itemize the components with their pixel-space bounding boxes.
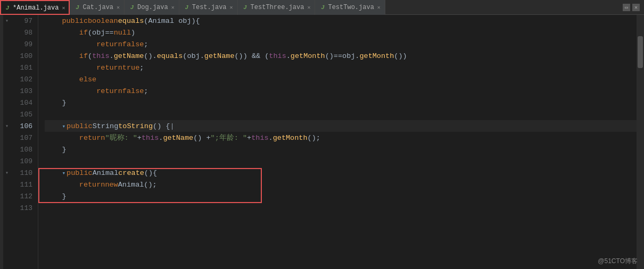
editor-container: J*Animal.java✕JCat.java✕JDog.java✕JTest.…: [0, 0, 644, 269]
token: Animal: [93, 169, 119, 177]
tab-dog[interactable]: JDog.java✕: [125, 0, 179, 15]
token: public: [62, 17, 88, 25]
token: create: [118, 169, 144, 177]
token: (){: [144, 169, 157, 177]
tab-testtwo[interactable]: JTestTwo.java✕: [315, 0, 385, 15]
fold-100: [3, 50, 11, 62]
code-line-102: else: [45, 73, 637, 85]
tab-close-testthree[interactable]: ✕: [307, 4, 310, 11]
token: ";年龄: ": [211, 133, 247, 142]
tab-icon-dog: J: [129, 4, 135, 11]
tab-label-test: Test.java: [192, 4, 227, 11]
fold-gutter: ▾▾▾: [3, 15, 11, 269]
token: if: [79, 29, 88, 37]
fold-109: [3, 155, 11, 167]
tab-close-cat[interactable]: ✕: [117, 4, 120, 11]
line-num-103: 103: [11, 85, 36, 97]
token: getMonth: [359, 52, 394, 60]
fold-112: [3, 190, 11, 202]
tab-label-animal: *Animal.java: [13, 4, 59, 12]
tab-close-test[interactable]: ✕: [230, 4, 233, 11]
token: true: [122, 64, 139, 72]
minimize-button[interactable]: ▭: [623, 4, 630, 11]
token: .: [159, 134, 163, 142]
token: () {: [153, 122, 170, 130]
fold-106[interactable]: ▾: [3, 120, 11, 132]
watermark: @51CTO博客: [598, 257, 638, 266]
token: ()) && (: [235, 52, 269, 60]
line-num-101: 101: [11, 62, 36, 73]
token: Animal obj: [148, 17, 191, 25]
scrollbar[interactable]: [637, 15, 644, 269]
code-line-109: [45, 155, 637, 167]
token: getName: [114, 52, 144, 60]
arrow-110: ▾: [62, 170, 65, 176]
token: ()): [394, 52, 407, 60]
token: Animal: [118, 181, 144, 189]
token: null: [114, 29, 131, 37]
code-line-112: }: [45, 190, 637, 202]
tab-close-dog[interactable]: ✕: [171, 4, 175, 11]
tab-icon-testthree: J: [242, 4, 249, 11]
tab-label-dog: Dog.java: [137, 4, 168, 11]
fold-101: [3, 62, 11, 73]
line-num-98: 98: [11, 27, 36, 38]
line-num-102: 102: [11, 73, 36, 85]
token: ;: [144, 87, 148, 95]
editor-area: ▾▾▾ 979899100101102103104105106107108109…: [0, 15, 644, 269]
token: this: [92, 52, 109, 60]
line-num-97: 97: [11, 15, 36, 27]
line-num-105: 105: [11, 108, 36, 120]
line-num-106: 106: [11, 120, 36, 132]
window-controls: ▭ ✕: [623, 4, 644, 11]
fold-97[interactable]: ▾: [3, 15, 11, 27]
token: ();: [308, 134, 320, 142]
token: }: [62, 146, 66, 154]
fold-110[interactable]: ▾: [3, 167, 11, 179]
tab-animal[interactable]: J*Animal.java✕: [0, 0, 70, 15]
tab-close-testtwo[interactable]: ✕: [377, 4, 381, 11]
token: this: [251, 134, 268, 142]
tab-testthree[interactable]: JTestThree.java✕: [238, 0, 316, 15]
fold-111: [3, 179, 11, 190]
token: +: [247, 134, 251, 142]
token: .: [269, 134, 273, 142]
token: ()==obj.: [325, 52, 360, 60]
token: this: [142, 134, 159, 142]
token: equals: [157, 52, 183, 60]
tab-close-animal[interactable]: ✕: [62, 5, 65, 11]
token: ): [131, 29, 135, 37]
token: getName: [163, 134, 193, 142]
tab-label-testthree: TestThree.java: [251, 4, 304, 11]
token: else: [79, 75, 96, 83]
code-line-108: }: [45, 144, 637, 155]
token: (: [144, 17, 148, 25]
code-area[interactable]: public boolean equals(Animal obj){ if(ob…: [38, 15, 637, 214]
tab-test[interactable]: JTest.java✕: [179, 0, 238, 15]
line-num-104: 104: [11, 97, 36, 108]
code-line-97: public boolean equals(Animal obj){: [45, 15, 637, 27]
code-line-110: ▾public Animal create(){: [45, 167, 637, 179]
code-line-105: [45, 108, 637, 120]
code-line-104: }: [45, 97, 637, 108]
token: (obj.: [183, 52, 204, 60]
fold-99: [3, 38, 11, 50]
fold-104: [3, 97, 11, 108]
line-num-111: 111: [11, 179, 36, 190]
token: false: [122, 87, 144, 95]
code-line-103: return false;: [45, 85, 637, 97]
token: false: [122, 40, 144, 48]
code-line-101: return true;: [45, 62, 637, 73]
scrollbar-thumb[interactable]: [638, 36, 643, 68]
token: ){: [191, 17, 200, 25]
line-num-113: 113: [11, 202, 36, 214]
tab-cat[interactable]: JCat.java✕: [70, 0, 125, 15]
fold-113: [3, 202, 11, 214]
line-num-99: 99: [11, 38, 36, 50]
token: boolean: [88, 17, 118, 25]
line-num-108: 108: [11, 144, 36, 155]
close-button[interactable]: ✕: [632, 4, 640, 11]
cursor: |: [170, 122, 174, 130]
arrow-106: ▾: [62, 123, 65, 130]
code-line-111: return new Animal();: [45, 179, 637, 190]
